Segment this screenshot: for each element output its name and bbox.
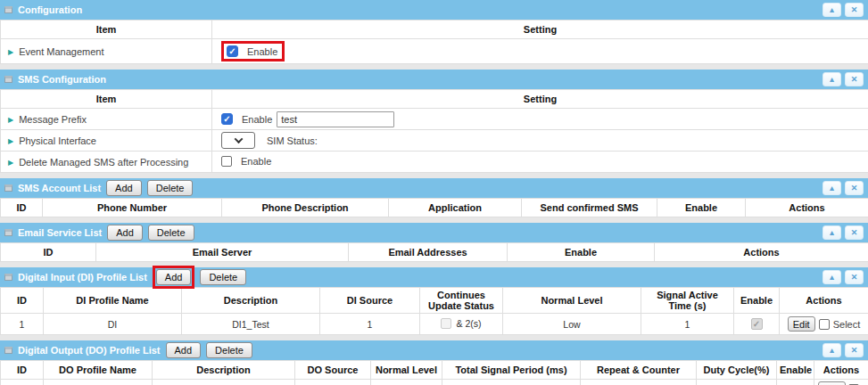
do-name-cell: FAN — [44, 380, 153, 385]
do-profile-list-section: Digital Output (DO) Profile List Add Del… — [0, 340, 868, 385]
table-row: ▶Physical Interface SIM Status: — [1, 130, 868, 152]
collapse-icon[interactable]: ▴ — [823, 270, 841, 284]
table-row: 1 DI DI1_Test 1 & 2(s) Low 1 Edit Select — [1, 314, 868, 335]
column-header-item: Item — [1, 90, 212, 109]
close-icon[interactable]: ✕ — [845, 72, 864, 86]
sms-configuration-section: SMS Configuration ▴ ✕ Item Setting ▶Mess… — [0, 70, 868, 173]
collapse-icon[interactable]: ▴ — [823, 181, 841, 195]
delete-button[interactable]: Delete — [200, 269, 246, 285]
enable-label: Enable — [247, 46, 277, 57]
add-button[interactable]: Add — [166, 342, 202, 358]
column-header: Email Server — [96, 243, 349, 262]
di-continues-update-cell: & 2(s) — [420, 314, 503, 335]
do-id-cell: 1 — [1, 380, 44, 385]
edit-button[interactable]: Edit — [818, 381, 846, 385]
column-header: Application — [389, 199, 522, 217]
do-source-cell: 1 — [295, 380, 371, 385]
add-button[interactable]: Add — [156, 269, 192, 285]
column-header: Total Signal Period (ms) — [442, 361, 581, 380]
section-title: Configuration — [18, 4, 82, 15]
collapse-icon[interactable]: ▴ — [823, 3, 841, 17]
panel-icon — [4, 76, 12, 83]
di-profile-list-section: Digital Input (DI) Profile List Add Dele… — [0, 267, 868, 335]
column-header: Continues Update Status — [420, 288, 503, 314]
sms-account-list-section: SMS Account List Add Delete ▴ ✕ ID Phone… — [0, 178, 868, 217]
column-header: Normal Level — [503, 288, 641, 314]
event-management-label: ▶Event Management — [1, 39, 212, 64]
column-header: Send confirmed SMS — [522, 199, 657, 217]
close-icon[interactable]: ✕ — [845, 181, 864, 195]
add-button[interactable]: Add — [107, 225, 143, 241]
column-header: Actions — [780, 288, 868, 314]
collapse-icon[interactable]: ▴ — [823, 225, 841, 240]
column-header: Enable — [657, 199, 746, 217]
panel-icon — [4, 347, 12, 354]
column-header-item: Item — [1, 20, 212, 39]
column-header: Normal Level — [371, 361, 442, 380]
column-header: Repeat & Counter — [581, 361, 697, 380]
do-profile-list-header: Digital Output (DO) Profile List Add Del… — [0, 340, 868, 360]
sms-account-table: ID Phone Number Phone Description Applic… — [0, 198, 868, 217]
delete-button[interactable]: Delete — [147, 180, 194, 196]
delete-managed-sms-enable-checkbox[interactable] — [221, 156, 232, 167]
column-header: Actions — [746, 199, 868, 217]
enable-label: Enable — [241, 156, 271, 167]
sim-status-label: SIM Status: — [267, 135, 318, 146]
do-normal-level-cell: Low — [371, 380, 442, 385]
item-arrow-icon: ▶ — [8, 116, 13, 124]
email-service-table: ID Email Server Email Addresses Enable A… — [0, 242, 868, 262]
column-header: Actions — [655, 243, 868, 262]
sms-configuration-header: SMS Configuration ▴ ✕ — [0, 70, 868, 89]
collapse-icon[interactable]: ▴ — [823, 72, 841, 86]
physical-interface-setting: SIM Status: — [212, 130, 868, 152]
close-icon[interactable]: ✕ — [845, 225, 864, 240]
do-enable-cell — [777, 380, 814, 385]
section-title: Digital Input (DI) Profile List — [18, 272, 147, 283]
column-header: Phone Description — [222, 199, 389, 217]
column-header: ID — [1, 361, 44, 380]
delete-managed-sms-label: ▶Delete Managed SMS after Processing — [1, 152, 212, 173]
event-management-enable-checkbox[interactable] — [227, 45, 238, 57]
column-header: ID — [1, 199, 43, 217]
add-button[interactable]: Add — [106, 180, 142, 196]
di-profile-list-header: Digital Input (DI) Profile List Add Dele… — [0, 267, 868, 287]
column-header: Email Addresses — [349, 243, 508, 262]
column-header: DO Profile Name — [44, 361, 153, 380]
continues-update-checkbox — [441, 318, 451, 329]
collapse-icon[interactable]: ▴ — [823, 343, 841, 357]
di-id-cell: 1 — [1, 314, 44, 335]
di-enable-checkbox — [751, 318, 763, 330]
chevron-down-icon — [234, 135, 243, 143]
table-row: ▶Message Prefix Enable — [1, 109, 868, 130]
configuration-table: Item Setting ▶Event Management Enable — [0, 20, 868, 64]
select-checkbox[interactable] — [819, 319, 830, 330]
close-icon[interactable]: ✕ — [845, 343, 864, 357]
configuration-header: Configuration ▴ ✕ — [0, 0, 868, 20]
close-icon[interactable]: ✕ — [845, 270, 864, 284]
message-prefix-input[interactable] — [277, 111, 394, 127]
section-title: SMS Configuration — [18, 74, 106, 85]
delete-button[interactable]: Delete — [206, 342, 252, 358]
configuration-section: Configuration ▴ ✕ Item Setting ▶Event Ma… — [0, 0, 868, 64]
di-source-cell: 1 — [320, 314, 420, 335]
panel-icon — [4, 6, 12, 13]
item-arrow-icon: ▶ — [8, 159, 13, 167]
close-icon[interactable]: ✕ — [845, 3, 864, 17]
do-profile-table: ID DO Profile Name Description DO Source… — [0, 360, 868, 385]
physical-interface-dropdown[interactable] — [221, 132, 255, 149]
column-header-setting: Setting — [212, 20, 868, 39]
sms-configuration-table: Item Setting ▶Message Prefix Enable ▶Phy… — [0, 89, 868, 173]
di-signal-active-time-cell: 1 — [641, 314, 734, 335]
column-header-setting: Setting — [212, 90, 868, 109]
section-title: SMS Account List — [18, 183, 101, 193]
select-label: Select — [833, 319, 861, 330]
table-row: ▶Event Management Enable — [1, 39, 868, 64]
message-prefix-enable-checkbox[interactable] — [221, 113, 233, 125]
column-header: Enable — [734, 288, 780, 314]
di-description-cell: DI1_Test — [182, 314, 320, 335]
delete-button[interactable]: Delete — [148, 225, 194, 241]
column-header: DI Source — [320, 288, 420, 314]
edit-button[interactable]: Edit — [788, 316, 815, 332]
column-header: ID — [1, 288, 44, 314]
di-actions-cell: Edit Select — [780, 314, 868, 335]
